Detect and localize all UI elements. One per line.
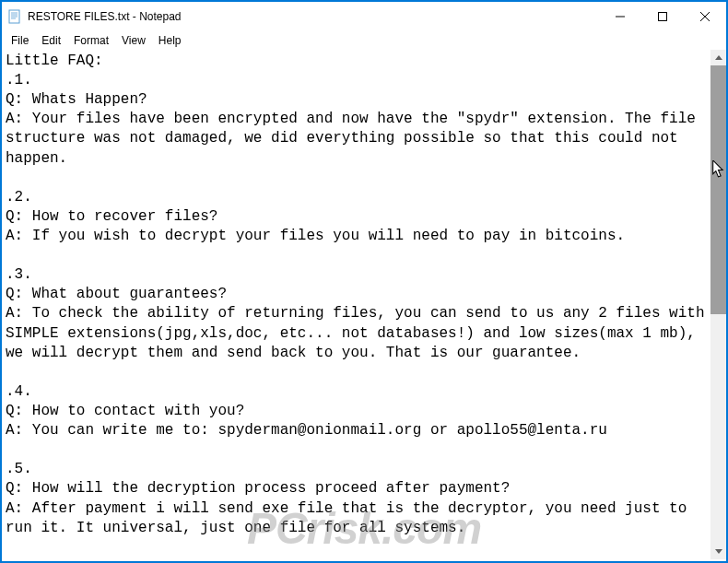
close-button[interactable]: [684, 3, 726, 30]
scroll-up-button[interactable]: [710, 50, 726, 65]
notepad-icon: [7, 9, 22, 24]
scroll-thumb[interactable]: [710, 65, 726, 314]
menu-edit[interactable]: Edit: [36, 32, 66, 49]
minimize-button[interactable]: [599, 3, 641, 30]
menu-view[interactable]: View: [116, 32, 151, 49]
menubar: File Edit Format View Help: [2, 31, 726, 50]
svg-rect-6: [659, 13, 667, 21]
titlebar: RESTORE FILES.txt - Notepad: [2, 2, 726, 31]
window-title: RESTORE FILES.txt - Notepad: [28, 10, 599, 23]
vertical-scrollbar[interactable]: [710, 50, 726, 559]
menu-file[interactable]: File: [6, 32, 34, 49]
content-area: Little FAQ: .1. Q: Whats Happen? A: Your…: [2, 50, 726, 559]
scroll-down-button[interactable]: [710, 544, 726, 559]
maximize-button[interactable]: [641, 3, 684, 30]
text-content[interactable]: Little FAQ: .1. Q: Whats Happen? A: Your…: [2, 50, 710, 559]
window-controls: [599, 3, 726, 30]
menu-format[interactable]: Format: [68, 32, 114, 49]
menu-help[interactable]: Help: [153, 32, 187, 49]
